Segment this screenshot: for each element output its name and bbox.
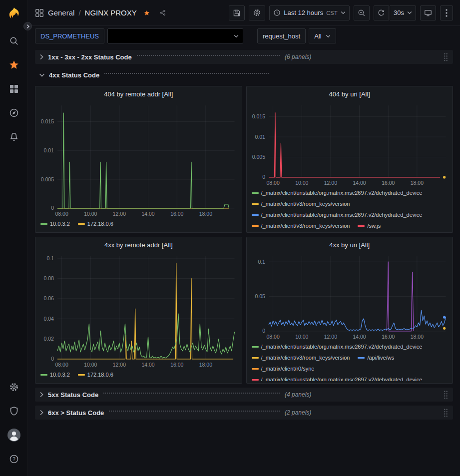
series-label: /_matrix/client/unstable/org.matrix.msc2… — [261, 377, 423, 381]
row-dotted-leader — [137, 55, 280, 56]
clock-icon — [273, 9, 281, 16]
legend-item[interactable]: /_matrix/client/v3/room_keys/version — [252, 198, 350, 209]
profile-button[interactable] — [4, 425, 24, 445]
row-title: 4xx Status Code — [49, 71, 99, 79]
timeseries-chart[interactable]: 00.020.040.060.080.108:0010:0012:0014:00… — [35, 252, 242, 369]
svg-text:12:00: 12:00 — [324, 180, 337, 186]
series-color-dash — [252, 346, 259, 348]
help-button[interactable]: ? — [4, 449, 24, 469]
legend-item[interactable]: 172.18.0.6 — [78, 369, 113, 380]
row-drag-handle[interactable] — [444, 409, 448, 417]
legend-item[interactable]: /_matrix/client/v3/room_keys/version — [252, 220, 350, 230]
chevron-down-icon — [341, 11, 346, 14]
svg-text:16:00: 16:00 — [382, 180, 395, 186]
breadcrumb: General / NGINX PROXY — [48, 8, 137, 17]
svg-text:14:00: 14:00 — [353, 334, 366, 340]
tv-mode-button[interactable] — [420, 5, 436, 20]
panel-grid: 404 by remote addr [All] 00.0050.010.015… — [35, 86, 453, 384]
legend-item[interactable]: /api/live/ws — [358, 352, 394, 363]
legend-item[interactable]: /_matrix/client/unstable/org.matrix.msc2… — [252, 374, 423, 381]
save-icon — [233, 9, 241, 17]
dashboard-settings-button[interactable] — [249, 5, 265, 20]
refresh-interval-label: 30s — [394, 9, 404, 16]
search-icon — [9, 36, 19, 46]
sidebar-expand-button[interactable] — [23, 22, 32, 30]
save-dashboard-button[interactable] — [229, 5, 245, 20]
refresh-button[interactable] — [374, 5, 389, 20]
svg-text:08:00: 08:00 — [55, 362, 68, 368]
svg-text:12:00: 12:00 — [113, 362, 126, 368]
series-color-dash — [358, 357, 365, 359]
svg-text:16:00: 16:00 — [170, 362, 183, 368]
dashboard-title: NGINX PROXY — [85, 8, 137, 17]
svg-text:12:00: 12:00 — [113, 211, 126, 217]
dashboards-button[interactable] — [4, 79, 24, 99]
server-admin-button[interactable] — [4, 401, 24, 421]
series-label: 172.18.0.6 — [87, 221, 113, 227]
panel-title[interactable]: 404 by uri [All] — [247, 86, 453, 101]
svg-text:?: ? — [12, 457, 15, 462]
legend-item[interactable]: 172.18.0.6 — [78, 218, 113, 229]
legend-item[interactable]: 10.0.3.2 — [40, 369, 70, 380]
legend-item[interactable]: /sw.js — [358, 220, 381, 230]
chart-legend: 10.0.3.2172.18.0.6 — [35, 369, 242, 381]
panel-title[interactable]: 4xx by remote addr [All] — [35, 237, 242, 252]
explore-button[interactable] — [4, 103, 24, 123]
series-label: 10.0.3.2 — [50, 221, 70, 227]
breadcrumb-separator: / — [78, 8, 80, 17]
zoom-out-icon — [358, 9, 366, 17]
legend-item[interactable]: /_matrix/client/unstable/org.matrix.msc2… — [252, 187, 423, 198]
chevron-right-icon — [39, 54, 44, 60]
time-range-picker[interactable]: Last 12 hours CST — [269, 5, 350, 20]
row-4xx[interactable]: 4xx Status Code — [35, 68, 453, 82]
timeseries-chart[interactable]: 00.050.108:0010:0012:0014:0016:0018:00 — [247, 252, 453, 341]
zoom-out-button[interactable] — [354, 5, 370, 20]
panel-title[interactable]: 4xx by uri [All] — [247, 237, 453, 252]
legend-item[interactable]: 10.0.3.2 — [40, 218, 70, 229]
row-drag-handle[interactable] — [444, 53, 448, 61]
favorite-button[interactable] — [141, 7, 153, 19]
panel-404-by-remote-addr: 404 by remote addr [All] 00.0050.010.015… — [35, 86, 242, 233]
row-5xx[interactable]: 5xx Status Code (4 panels) — [35, 388, 453, 402]
avatar — [7, 429, 20, 442]
panel-title[interactable]: 404 by remote addr [All] — [35, 86, 242, 101]
request-host-variable-select[interactable]: All — [309, 28, 336, 43]
svg-text:08:00: 08:00 — [55, 211, 68, 217]
gear-icon — [9, 382, 19, 392]
grafana-logo[interactable] — [6, 6, 22, 22]
gear-icon — [253, 8, 261, 17]
chevron-right-icon — [39, 392, 44, 398]
legend-item[interactable]: /_matrix/client/v3/room_keys/version — [252, 352, 350, 363]
datasource-variable-select[interactable] — [107, 28, 243, 43]
series-color-dash — [252, 357, 259, 359]
series-color-dash — [358, 225, 365, 227]
starred-dashboards-button[interactable] — [4, 55, 24, 75]
breadcrumb-folder[interactable]: General — [48, 8, 74, 17]
share-button[interactable] — [157, 7, 169, 19]
svg-text:10:00: 10:00 — [84, 362, 97, 368]
svg-text:18:00: 18:00 — [410, 334, 423, 340]
legend-item[interactable]: /_matrix/client/unstable/org.matrix.msc2… — [252, 341, 423, 352]
legend-item[interactable]: /_matrix/client/r0/sync — [252, 363, 314, 374]
request-host-value: All — [314, 32, 321, 40]
row-1xx-3xx-2xx[interactable]: 1xx - 3xx - 2xx Status Code (6 panels) — [35, 50, 453, 64]
svg-text:0: 0 — [262, 174, 265, 180]
svg-text:10:00: 10:00 — [295, 334, 308, 340]
series-color-dash — [252, 214, 259, 216]
main-area: General / NGINX PROXY Last 12 hours — [28, 0, 460, 476]
series-color-dash — [40, 374, 47, 376]
timeseries-chart[interactable]: 00.0050.010.01508:0010:0012:0014:0016:00… — [247, 101, 453, 187]
row-drag-handle[interactable] — [444, 391, 448, 399]
search-button[interactable] — [4, 31, 24, 51]
svg-text:0: 0 — [262, 328, 265, 334]
timeseries-chart[interactable]: 00.0050.010.01508:0010:0012:0014:0016:00… — [35, 101, 242, 218]
more-options-button[interactable] — [440, 5, 453, 20]
alerting-button[interactable] — [4, 127, 24, 147]
refresh-interval-picker[interactable]: 30s — [390, 5, 416, 20]
configuration-button[interactable] — [4, 377, 24, 397]
legend-item[interactable]: /_matrix/client/unstable/org.matrix.msc2… — [252, 209, 423, 220]
row-6xx[interactable]: 6xx > Status Code (2 panels) — [35, 406, 453, 420]
datasource-variable-label[interactable]: DS_PROMETHEUS — [35, 28, 104, 43]
series-label: /_matrix/client/v3/room_keys/version — [261, 355, 350, 361]
chevron-down-icon — [407, 11, 412, 14]
